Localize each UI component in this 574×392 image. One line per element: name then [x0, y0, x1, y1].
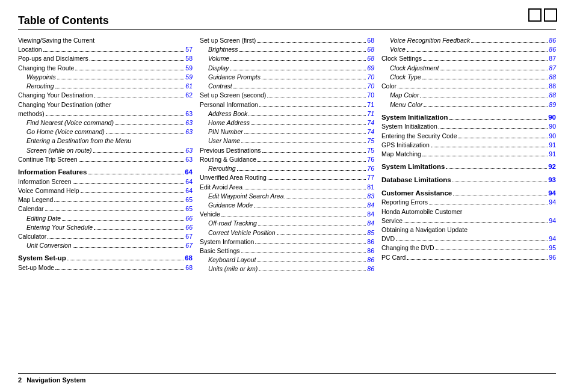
- page-number: 69: [367, 64, 374, 73]
- dots: [45, 210, 185, 211]
- dots: [106, 133, 185, 134]
- page-number: 94: [549, 216, 556, 225]
- list-item: Entering the Security Code90: [381, 132, 556, 141]
- dots: [259, 106, 366, 107]
- dots: [46, 115, 185, 116]
- list-item: Edit Avoid Area81: [200, 183, 374, 192]
- dots: [67, 260, 184, 260]
- page-number: 93: [548, 175, 556, 185]
- page-number: 68: [367, 36, 374, 45]
- entry-label: Changing the Route: [18, 64, 74, 73]
- section-label: System Initialization: [381, 112, 448, 123]
- entry-label: Previous Destinations: [200, 146, 261, 155]
- dots: [73, 247, 185, 248]
- page-number: 90: [549, 122, 556, 131]
- entry-line2: methods)63: [18, 109, 193, 118]
- list-item: Calendar65: [18, 204, 193, 213]
- col2: Set up Screen (first)68Brightness68Volum…: [196, 36, 378, 274]
- page-number: 94: [548, 188, 556, 198]
- list-item: Volume68: [200, 54, 374, 63]
- entry-label: Clock Adjustment: [381, 64, 439, 73]
- page-number: 95: [549, 243, 556, 253]
- dots: [81, 192, 185, 193]
- list-item: Correct Vehicle Position85: [200, 228, 374, 237]
- page-number: 70: [367, 91, 374, 100]
- dots: [285, 198, 366, 198]
- page-number: 86: [367, 247, 374, 256]
- dots: [262, 152, 366, 153]
- entry-label: Map Matching: [381, 150, 421, 159]
- page-number: 90: [549, 132, 556, 141]
- page-number: 63: [185, 118, 193, 127]
- dots: [94, 229, 184, 230]
- entry-label: Waypoints: [18, 73, 56, 82]
- page-number: 88: [549, 73, 556, 82]
- list-item: Voice Command Help64: [18, 186, 193, 195]
- list-item: PIN Number74: [200, 127, 374, 136]
- dots: [429, 204, 548, 204]
- list-item: Guidance Mode84: [200, 201, 374, 210]
- list-item: Voice86: [381, 45, 556, 54]
- entry-label: Keyboard Layout: [200, 256, 256, 265]
- entry-label: Information Screen: [18, 177, 72, 186]
- dots: [258, 225, 366, 225]
- list-item: Previous Destinations75: [200, 146, 374, 155]
- list-item: Changing the DVD95: [381, 243, 556, 253]
- entry-label: Set up Screen (second): [200, 91, 266, 100]
- list-item: Map Legend65: [18, 195, 193, 204]
- page-number: 87: [549, 54, 556, 63]
- dots: [398, 88, 548, 88]
- dots: [221, 216, 366, 216]
- section-label: Customer Assistance: [381, 188, 452, 198]
- dots: [230, 60, 366, 61]
- dots: [244, 133, 366, 134]
- entry-label: Changing Your Destination: [18, 91, 93, 100]
- list-item: Edit Waypoint Search Area83: [200, 192, 374, 201]
- list-item: System Initialization90: [381, 122, 556, 131]
- page-number: 68: [367, 45, 374, 54]
- dots: [48, 238, 184, 239]
- dots: [452, 182, 548, 182]
- dots: [254, 207, 366, 207]
- list-item: Contrast70: [200, 82, 374, 91]
- list-item: Vehicle84: [200, 210, 374, 219]
- page-number: 86: [367, 237, 374, 247]
- list-item: Changing Your Destination62: [18, 91, 193, 100]
- list-item: Pop-ups and Disclaimers58: [18, 54, 193, 63]
- page-number: 92: [548, 162, 556, 172]
- list-item: Entering a Destination from the MenuScre…: [18, 136, 193, 155]
- dots: [422, 79, 548, 79]
- entry-label: Contrast: [200, 82, 232, 91]
- list-item: Address Book71: [200, 109, 374, 118]
- list-item: Changing the Route59: [18, 64, 193, 73]
- list-item: Map Matching91: [381, 150, 556, 159]
- dots: [62, 220, 184, 221]
- entry-label: Entering the Security Code: [381, 132, 457, 141]
- list-item: Honda Automobile CustomerService94: [381, 207, 556, 225]
- page-number: 76: [367, 164, 374, 173]
- footer-page-number: 2: [18, 376, 22, 384]
- dots: [436, 250, 548, 250]
- dots: [90, 60, 185, 61]
- entry-label2: DVD: [381, 234, 395, 243]
- entry-label: Voice: [381, 45, 406, 54]
- page-number: 64: [185, 186, 193, 195]
- page-number: 68: [185, 263, 193, 272]
- dots: [407, 259, 548, 260]
- list-item: Continue Trip Screen63: [18, 155, 193, 164]
- toc-divider: [18, 29, 556, 30]
- page-number: 75: [367, 136, 374, 145]
- entry-label: Set-up Mode: [18, 263, 54, 272]
- entry-label: Find Nearest (Voice command): [18, 118, 114, 127]
- toc-title: Table of Contents: [18, 14, 556, 27]
- entry-line1: Obtaining a Navigation Update: [381, 225, 556, 234]
- entry-line2: Service94: [381, 216, 556, 225]
- page-number: 83: [367, 192, 374, 201]
- entry-label: Voice Command Help: [18, 186, 79, 195]
- entry-label: Reporting Errors: [381, 198, 428, 207]
- entry-label: Edit Avoid Area: [200, 183, 242, 192]
- list-item: Brightness68: [200, 45, 374, 54]
- entry-label: Rerouting: [18, 82, 54, 91]
- entry-label: Clock Type: [381, 73, 421, 82]
- page-number: 71: [367, 100, 374, 109]
